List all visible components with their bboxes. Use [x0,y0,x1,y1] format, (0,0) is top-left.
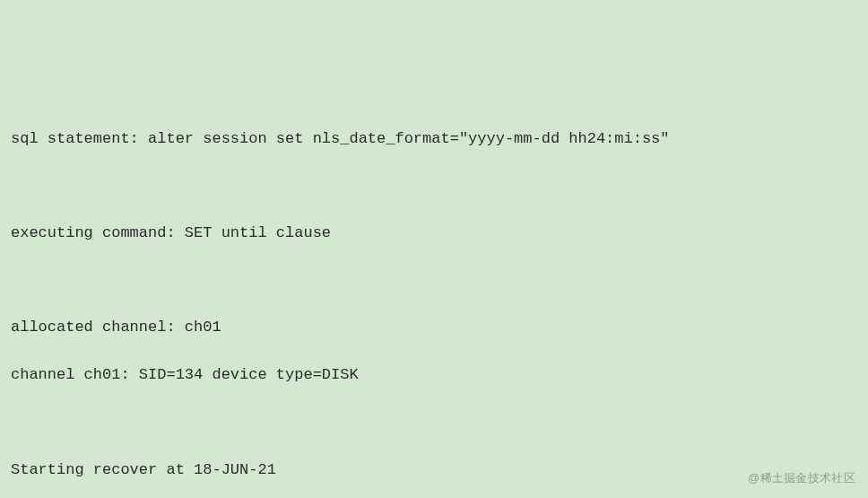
terminal-line: executing command: SET until clause [11,222,857,245]
terminal-line: sql statement: alter session set nls_dat… [11,127,857,151]
terminal-line [11,174,857,197]
terminal-line: channel ch01: SID=134 device type=DISK [11,363,857,387]
terminal-line: Starting recover at 18-JUN-21 [11,459,857,482]
watermark-text: @稀土掘金技术社区 [748,469,855,487]
terminal-line [11,411,857,434]
terminal-line [11,269,857,293]
terminal-output: sql statement: alter session set nls_dat… [11,103,857,498]
terminal-line: allocated channel: ch01 [11,316,857,339]
